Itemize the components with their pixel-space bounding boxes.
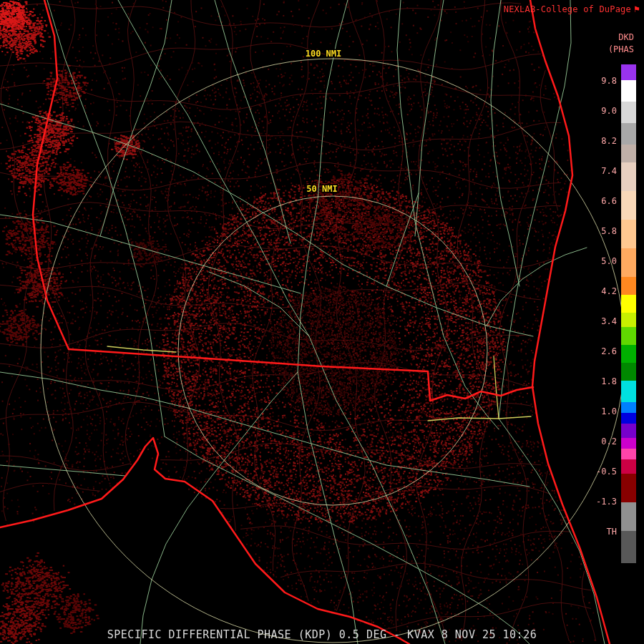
highway-line <box>428 416 531 421</box>
highway-line <box>494 356 499 419</box>
road-line <box>215 0 291 243</box>
road-line <box>0 104 533 336</box>
color-scale-segment <box>621 474 636 502</box>
scale-label: 1.8 <box>601 376 617 387</box>
scale-label: 3.4 <box>601 316 617 327</box>
scale-label: -0.5 <box>596 466 617 477</box>
color-scale-segment <box>621 345 636 363</box>
color-scale-segment <box>621 449 636 459</box>
color-scale-segment <box>621 277 636 295</box>
road-line <box>415 0 444 236</box>
color-scale-segment <box>621 80 636 102</box>
color-scale-labels: 9.89.08.27.46.65.85.04.23.42.61.81.00.2-… <box>590 64 618 572</box>
scale-label: 8.2 <box>601 135 617 147</box>
scale-label: 5.0 <box>601 255 617 267</box>
scale-label: 7.4 <box>601 165 617 177</box>
color-scale-segment <box>621 402 636 413</box>
product-code-line1: DKD <box>608 31 634 44</box>
range-ring-label-100: 100 NMI <box>306 49 342 59</box>
color-scale-segment <box>621 64 636 80</box>
scale-label: 1.0 <box>601 406 617 417</box>
scale-label: 6.6 <box>601 195 617 207</box>
site-credit-text: NEXLAB-College of DuPage <box>504 4 631 14</box>
color-scale-segment <box>621 381 636 402</box>
road-line <box>491 0 519 286</box>
color-scale-segment <box>621 191 636 220</box>
road-line <box>118 0 309 336</box>
color-scale-segment <box>621 424 636 438</box>
road-line <box>47 0 165 436</box>
road-line <box>0 372 530 487</box>
color-scale-segment <box>621 145 636 162</box>
state-border-west <box>33 0 69 349</box>
scale-label: 5.8 <box>601 225 617 237</box>
road-line <box>309 336 445 644</box>
road-line <box>298 0 358 644</box>
color-scale-segment <box>621 502 636 531</box>
color-scale-segment <box>621 438 636 449</box>
color-scale-segment <box>621 313 636 327</box>
highway-line <box>107 346 176 352</box>
road-line <box>386 193 419 286</box>
road-line <box>0 215 301 293</box>
state-border-ga_fl <box>69 349 533 401</box>
road-line <box>397 0 499 429</box>
road-line <box>165 436 530 644</box>
color-scale-segment <box>621 413 636 424</box>
flag-icon[interactable]: ⚑ <box>634 5 640 14</box>
road-line <box>100 0 172 236</box>
range-ring-label-50: 50 NMI <box>306 184 337 194</box>
color-scale-segment <box>621 220 636 248</box>
road-line <box>499 419 605 644</box>
color-scale-segment <box>621 123 636 145</box>
product-code-line2: (PHAS <box>608 44 634 56</box>
road-line <box>0 465 125 476</box>
scale-label: 9.0 <box>601 105 617 117</box>
color-scale-segment <box>621 248 636 277</box>
color-scale-segment <box>621 295 636 313</box>
scale-label: 0.2 <box>601 436 617 447</box>
product-code: DKD (PHAS <box>608 31 634 56</box>
scale-label: 2.6 <box>601 346 617 357</box>
roads-layer <box>0 0 605 644</box>
site-credit: NEXLAB-College of DuPage ⚑ <box>504 4 640 14</box>
color-scale-segment <box>621 531 636 563</box>
highways-layer <box>107 346 531 421</box>
product-caption: SPECIFIC DIFFERENTIAL PHASE (KDP) 0.5 DE… <box>0 628 644 641</box>
scale-label: 4.2 <box>601 286 617 297</box>
color-scale-segment <box>621 327 636 345</box>
road-line <box>140 372 298 644</box>
color-scale-segment <box>621 162 636 191</box>
scale-label: TH <box>607 526 617 537</box>
radar-viewer: 100 NMI 50 NMI NEXLAB-College of DuPage … <box>0 0 644 644</box>
color-scale-segment <box>621 363 636 381</box>
scale-label: 9.8 <box>601 75 617 87</box>
range-ring-50nmi <box>178 196 487 505</box>
color-scale <box>621 64 636 563</box>
scale-label: -1.3 <box>596 496 617 507</box>
color-scale-segment <box>621 459 636 474</box>
state-borders-layer <box>0 0 610 644</box>
map-overlay: 100 NMI 50 NMI <box>0 0 644 644</box>
color-scale-segment <box>621 102 636 123</box>
road-line <box>487 248 587 326</box>
